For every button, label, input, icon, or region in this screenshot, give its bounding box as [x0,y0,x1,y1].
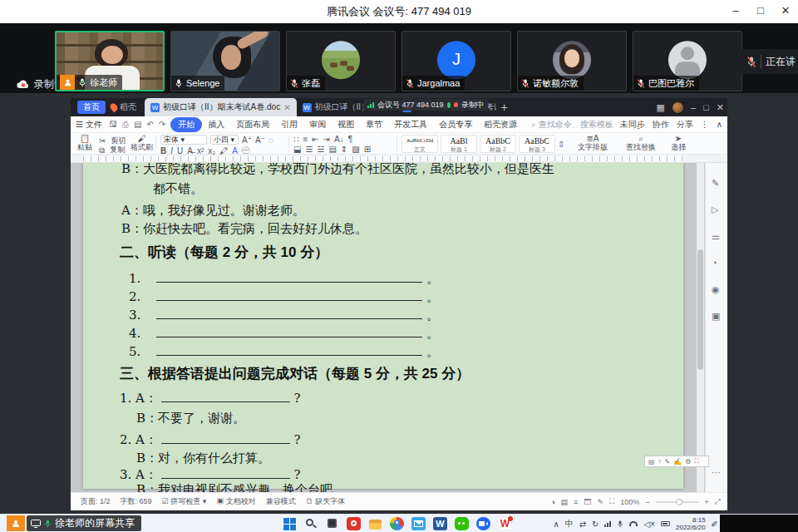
zoom-in-button[interactable]: + [705,498,709,506]
style-heading3[interactable]: AaBbC 标题 3 [519,135,555,153]
outline-view-icon[interactable]: ≡ [574,498,578,506]
fullscreen-icon[interactable]: ⤢ [715,497,721,506]
eye-protect-icon[interactable]: ◑ [550,498,554,506]
ribbon-tab-developer[interactable]: 开发工具 [388,119,433,131]
strikethrough-button[interactable]: A̶ [187,146,193,155]
subscript-button[interactable]: x₂ [208,146,215,155]
font-name-select[interactable]: 宋体 ▾ [160,135,207,145]
answer-blank[interactable] [156,290,422,301]
doc-tab-a[interactable]: W 初级口译（II）期末考试A卷.doc ✕ [145,98,297,116]
taskbar-search-icon[interactable] [304,517,318,530]
outdent-button[interactable]: ⇤ [312,135,318,144]
indent-button[interactable]: ⇥ [323,135,330,144]
answer-blank[interactable] [161,433,290,444]
answer-blank[interactable] [156,345,422,356]
bold-button[interactable]: B [160,146,166,155]
wps-docer-button[interactable]: 稻壳 [111,101,136,113]
clear-format-icon[interactable]: ◌ [268,135,273,145]
answer-blank[interactable] [161,392,290,402]
floating-toolbar[interactable]: ▤ ↑ ✎ ✍ ⚙ ⛶ [644,456,709,467]
more-tools-icon[interactable]: ⋯ [712,467,721,478]
collapse-ribbon-icon[interactable]: ∧ [717,120,722,129]
tab-close-icon[interactable]: ✕ [283,103,290,112]
pen-icon[interactable]: ✎ [712,178,719,189]
tray-mic-icon[interactable] [617,520,623,529]
new-tab-button[interactable]: + [501,101,508,114]
close-button[interactable]: ✕ [773,0,798,23]
align-center-button[interactable]: ☰ [305,145,313,154]
line-spacing-button[interactable]: ⇕ [341,145,347,154]
camera-icon[interactable]: ▣ [712,311,720,322]
underline-button[interactable]: U [177,146,183,155]
pointer-icon[interactable]: ▷ [712,204,718,215]
signal-bars-icon[interactable] [604,521,611,527]
tray-chevron-icon[interactable]: ∧ [553,520,559,529]
document-page[interactable]: B：大医院都离得比较远，学校西门外边有个社区医院，虽然比较小，但是医生 都不错。… [83,163,683,489]
chrome-icon[interactable] [390,517,404,530]
participant-tile-selenge[interactable]: Selenge [170,31,280,91]
user-avatar[interactable] [672,102,683,113]
align-left-button[interactable]: ⬓ [293,145,301,154]
font-size-select[interactable]: 小四 ▾ [210,135,239,145]
file-menu[interactable]: ☰ 文件 [76,119,102,131]
gear-icon[interactable]: ⚙ [685,458,691,466]
show-marks-button[interactable]: ¶ [348,135,352,144]
spellcheck-button[interactable]: ☑ 拼写检查 ▾ [162,496,207,507]
sync-icon[interactable]: ⇄ [579,520,586,529]
settings-slider-icon[interactable]: ⚌ [712,231,720,242]
share-button[interactable]: 分享 [677,119,693,131]
ribbon-tab-member[interactable]: 会员专享 [433,119,478,131]
meeting-overlay-bar[interactable]: 会议号 477 494 019 录制中 [363,99,488,111]
file-explorer-icon[interactable] [368,517,382,530]
ribbon-tab-pagelayout[interactable]: 页面布局 [230,119,275,131]
answer-blank[interactable] [156,308,422,319]
zoom-slider[interactable] [656,501,699,503]
word-icon[interactable]: W [433,517,447,530]
bullets-button[interactable]: ∷ [293,135,298,144]
web-view-icon[interactable]: 🗔 [584,498,591,506]
participant-tile-jargalmaa[interactable]: J Jargalmaa [401,31,511,91]
answer-blank[interactable] [156,327,422,337]
input-language-indicator[interactable]: 中 [565,518,574,530]
wps-restore-button[interactable]: □ [703,102,709,112]
numbering-button[interactable]: ≡ [303,135,308,144]
zoom-out-button[interactable]: − [645,498,649,506]
wps-close-button[interactable]: ✕ [717,102,724,113]
export-icon[interactable]: ▤ [134,120,141,130]
answer-blank[interactable] [156,272,422,283]
highlight-button[interactable]: 🖍 [219,146,228,155]
wps-icon[interactable]: W [498,517,512,530]
collaborate-button[interactable]: 协作 [653,119,669,131]
italic-button[interactable]: I [170,146,173,155]
find-replace-button[interactable]: ⌕ 查找替换 [626,134,656,152]
pen-mode-icon[interactable]: ✎ [597,498,603,506]
ruler[interactable] [71,155,727,163]
app-icon-red[interactable] [347,517,361,530]
compat-mode-button[interactable]: 兼容模式 [266,496,296,507]
font-color-button[interactable]: A [232,146,238,155]
scrollbar-thumb[interactable] [697,249,703,370]
wifi-icon[interactable] [629,521,638,526]
grow-font-icon[interactable]: A⁺ [242,135,252,145]
select-button[interactable]: ➤ 选择 [671,134,686,152]
sort-button[interactable]: A↓ [334,135,344,144]
volume-icon[interactable]: ◁× [643,520,655,529]
help-icon[interactable]: ◔ [712,258,717,268]
wps-home-button[interactable]: 首页 [77,101,106,114]
stamp-icon[interactable]: ◉ [712,284,720,295]
speaking-indicator-panel[interactable]: 正在讲 [741,49,798,74]
participant-tile-nuomin[interactable]: 诺敏额尔敦 [517,31,627,91]
screen-share-indicator[interactable]: 徐老师的屏幕共享 [27,515,141,531]
align-right-button[interactable]: ☱ [317,145,324,154]
page-icon[interactable]: ▤ [648,458,655,466]
text-tools-button[interactable]: ≣A 文字排版 [578,134,608,152]
command-search[interactable]: ⌕ 查找命令、搜索模板 [531,119,613,131]
more-icon[interactable]: ⋮ [701,120,709,129]
superscript-button[interactable]: x² [197,146,204,155]
update-icon[interactable]: ↻ [592,520,598,529]
apps-grid-icon[interactable]: ▦ [657,102,665,113]
tencent-meeting-icon[interactable] [476,517,490,530]
justify-button[interactable]: ▤ [328,145,336,154]
style-heading2[interactable]: AaBbC 标题 2 [480,135,516,153]
ribbon-tab-home[interactable]: 开始 [170,117,202,132]
